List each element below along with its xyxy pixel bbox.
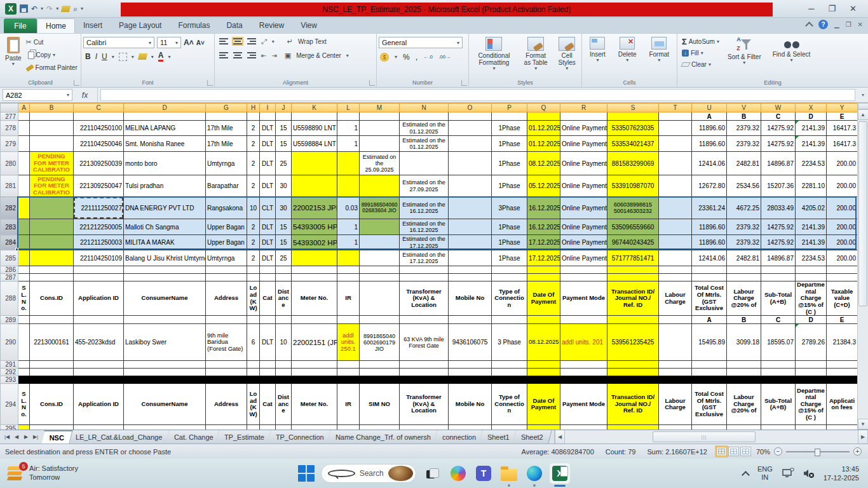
cell-A295[interactable] bbox=[18, 425, 30, 430]
cell-W289[interactable]: C bbox=[761, 316, 796, 324]
cell-V287[interactable] bbox=[727, 274, 761, 281]
cell-B280[interactable]: PENDING FOR METER CALIBRATIO bbox=[30, 152, 74, 175]
cell-R292[interactable] bbox=[560, 369, 607, 376]
cell-D277[interactable] bbox=[124, 112, 206, 121]
cell-U291[interactable] bbox=[692, 361, 727, 369]
cell-P277[interactable] bbox=[492, 112, 527, 121]
cell-H293[interactable] bbox=[247, 376, 260, 384]
cell-D280[interactable]: monto boro bbox=[124, 152, 206, 175]
find-select-button[interactable]: Find & Select▾ bbox=[770, 35, 813, 65]
cell-Q283[interactable]: 16.12.2025 bbox=[527, 219, 560, 235]
cell-Q288[interactable]: Date Of Payment bbox=[527, 281, 560, 316]
cell-N282[interactable]: Estimated on the 16.12.2025 bbox=[400, 197, 449, 219]
cell-C291[interactable] bbox=[74, 361, 124, 369]
cell-S288[interactable]: Transaction ID/ Journal NO./ Ref. ID bbox=[607, 281, 659, 316]
cell-T293[interactable] bbox=[659, 376, 692, 384]
cell-N291[interactable] bbox=[400, 361, 449, 369]
cell-H284[interactable]: 2 bbox=[247, 235, 260, 250]
row-header-278[interactable]: 278 bbox=[1, 121, 18, 136]
cell-T282[interactable] bbox=[659, 197, 692, 219]
cell-V294[interactable]: Labour Charge @20% of bbox=[727, 384, 761, 425]
cell-J292[interactable] bbox=[276, 369, 292, 376]
cell-M295[interactable] bbox=[360, 425, 400, 430]
cell-S290[interactable]: 539561235425 bbox=[607, 324, 659, 361]
sheet-tab-tp-estimate[interactable]: TP_Estimate bbox=[216, 430, 273, 444]
cell-I289[interactable] bbox=[260, 316, 276, 324]
column-header-J[interactable]: J bbox=[276, 104, 292, 112]
underline-button[interactable]: U bbox=[102, 52, 107, 61]
cell-B278[interactable] bbox=[30, 121, 74, 136]
cell-P291[interactable] bbox=[492, 361, 527, 369]
cell-C289[interactable] bbox=[74, 316, 124, 324]
cell-H286[interactable] bbox=[247, 266, 260, 274]
cell-M292[interactable] bbox=[360, 369, 400, 376]
column-header-M[interactable]: M bbox=[360, 104, 400, 112]
cell-X290[interactable]: 2789.26 bbox=[796, 324, 827, 361]
row-header-286[interactable]: 286 bbox=[1, 266, 18, 274]
cell-X286[interactable] bbox=[796, 266, 827, 274]
cell-Y278[interactable]: 16417.3 bbox=[827, 121, 858, 136]
cell-W278[interactable]: 14275.92 bbox=[761, 121, 796, 136]
cell-J294[interactable]: Distance bbox=[276, 384, 292, 425]
cell-L294[interactable]: IR bbox=[337, 384, 360, 425]
cell-A279[interactable] bbox=[18, 136, 30, 152]
cell-M294[interactable]: SIM NO bbox=[360, 384, 400, 425]
cell-B289[interactable] bbox=[30, 316, 74, 324]
cell-N289[interactable] bbox=[400, 316, 449, 324]
cell-Y295[interactable] bbox=[827, 425, 858, 430]
cell-J282[interactable]: 30 bbox=[276, 197, 292, 219]
cell-A291[interactable] bbox=[18, 361, 30, 369]
cell-U295[interactable] bbox=[692, 425, 727, 430]
cell-H281[interactable]: 2 bbox=[247, 175, 260, 197]
cell-O294[interactable]: Mobile No bbox=[449, 384, 492, 425]
shrink-font-icon[interactable]: A˅ bbox=[196, 39, 205, 46]
cell-N292[interactable] bbox=[400, 369, 449, 376]
column-header-B[interactable]: B bbox=[30, 104, 74, 112]
cell-N281[interactable]: Estimated on the 27.09.2025 bbox=[400, 175, 449, 197]
cell-R283[interactable]: Online Payment bbox=[560, 219, 607, 235]
cell-C284[interactable]: 221211250003 bbox=[74, 235, 124, 250]
cell-N284[interactable]: Estimated on the 17.12.2025 bbox=[400, 235, 449, 250]
column-header-R[interactable]: R bbox=[560, 104, 607, 112]
cell-D288[interactable]: ConsumerName bbox=[124, 281, 206, 316]
cell-I288[interactable]: Cat bbox=[260, 281, 276, 316]
cell-T285[interactable] bbox=[659, 250, 692, 266]
column-header-C[interactable]: C bbox=[74, 104, 124, 112]
cell-A280[interactable] bbox=[18, 152, 30, 175]
cell-G294[interactable]: Address bbox=[206, 384, 247, 425]
scroll-up-icon[interactable]: ▲ bbox=[858, 109, 868, 120]
cell-U278[interactable]: 11896.60 bbox=[692, 121, 727, 136]
cell-L288[interactable]: IR bbox=[337, 281, 360, 316]
fill-color-qat-icon[interactable] bbox=[61, 6, 71, 12]
cell-B295[interactable] bbox=[30, 425, 74, 430]
cell-R291[interactable] bbox=[560, 361, 607, 369]
cell-B294[interactable]: Cons.ID bbox=[30, 384, 74, 425]
cell-U281[interactable]: 12672.80 bbox=[692, 175, 727, 197]
cell-P278[interactable]: 1Phase bbox=[492, 121, 527, 136]
cell-M281[interactable] bbox=[360, 175, 400, 197]
cell-K279[interactable]: U5598884 LNT bbox=[292, 136, 337, 152]
cell-M284[interactable] bbox=[360, 235, 400, 250]
page-layout-view-icon[interactable] bbox=[728, 447, 739, 456]
cell-N279[interactable]: Estimated on the 01.12.2025 bbox=[400, 136, 449, 152]
cell-L277[interactable] bbox=[337, 112, 360, 121]
column-header-V[interactable]: V bbox=[727, 104, 761, 112]
cell-Y289[interactable]: E bbox=[827, 316, 858, 324]
cell-X282[interactable]: 4205.02 bbox=[796, 197, 827, 219]
ribbon-tab-view[interactable]: View bbox=[292, 18, 325, 33]
cell-O295[interactable] bbox=[449, 425, 492, 430]
cell-D289[interactable] bbox=[124, 316, 206, 324]
cell-B281[interactable]: PENDING FOR METER CALIBRATIO bbox=[30, 175, 74, 197]
row-header-295[interactable]: 295 bbox=[1, 425, 18, 430]
cell-I282[interactable]: CLT bbox=[260, 197, 276, 219]
column-header-L[interactable]: L bbox=[337, 104, 360, 112]
cell-K293[interactable] bbox=[292, 376, 337, 384]
cell-W282[interactable]: 28033.49 bbox=[761, 197, 796, 219]
cell-D290[interactable]: Laskiboy Swer bbox=[124, 324, 206, 361]
undo-dropdown-icon[interactable]: ▾ bbox=[41, 6, 43, 11]
column-header-K[interactable]: K bbox=[292, 104, 337, 112]
teams-icon[interactable]: T bbox=[473, 463, 494, 484]
cell-B288[interactable]: Cons.ID bbox=[30, 281, 74, 316]
format-painter-button[interactable]: Format Painter bbox=[26, 62, 78, 73]
zoom-level[interactable]: 70% bbox=[756, 448, 770, 456]
